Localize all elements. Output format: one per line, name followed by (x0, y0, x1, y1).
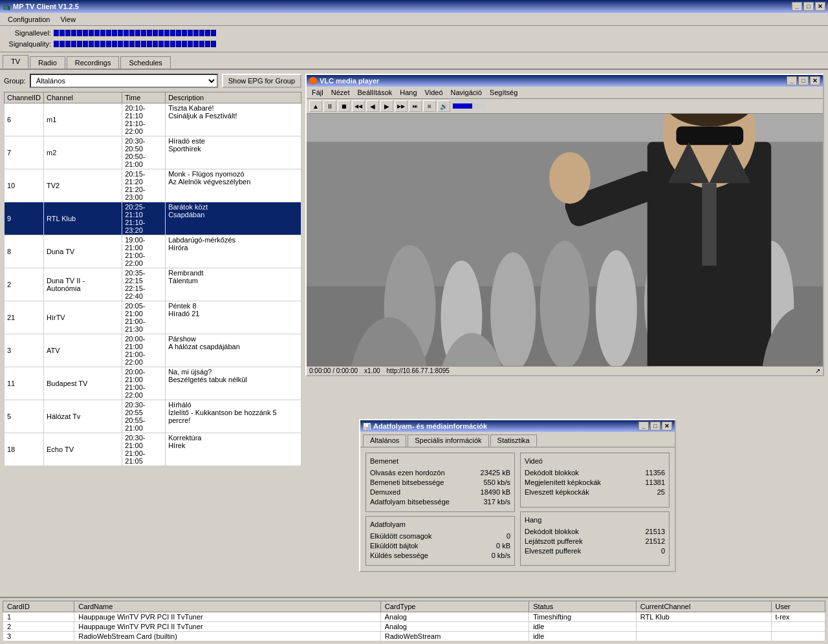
vlc-maximize-button[interactable]: □ (798, 76, 809, 85)
stats-row-bemeneti: Bemeneti bitsebessége 550 kb/s (370, 478, 510, 486)
cell-description: Tiszta Kabaré!Csináljuk a Fesztivált! (166, 103, 301, 136)
signal-segment (100, 41, 105, 47)
table-row[interactable]: 21HírTV20:05-21:0021:00-21:30Péntek 8Hír… (5, 301, 301, 334)
stats-row-lejatszott: Lejátszott pufferek 21512 (525, 537, 665, 545)
maximize-button[interactable]: □ (803, 2, 814, 11)
close-button[interactable]: ✕ (815, 2, 825, 11)
stats-content: Bemenet Olvasás ezen hordozón 23425 kB B… (360, 447, 675, 571)
vlc-prev-chapter-button[interactable]: ◀◀ (352, 100, 365, 112)
tab-schedules[interactable]: Schedules (120, 56, 170, 69)
vlc-volume-button[interactable]: 🔊 (437, 100, 450, 112)
signal-segment (71, 30, 76, 36)
vlc-title-bar: VLC media player _ □ ✕ (307, 75, 823, 87)
menu-configuration[interactable]: Configuration (3, 14, 55, 25)
stats-row-megjelenített: Megjelenített képkockák 11381 (525, 478, 665, 486)
card-col-status: Status (529, 601, 637, 612)
vlc-next-chapter-button[interactable]: ▶▶ (395, 100, 408, 112)
signal-segment (129, 41, 135, 47)
signal-segment (188, 41, 193, 47)
card-table-row[interactable]: 2Hauppauge WinTV PVR PCI II TvTunerAnalo… (3, 622, 825, 632)
vlc-close-button[interactable]: ✕ (810, 76, 820, 85)
vlc-icon (309, 77, 317, 85)
table-row[interactable]: 8Duna TV19:00-21:0021:00-22:00Labdarúgó-… (5, 235, 301, 268)
stats-maximize-button[interactable]: □ (650, 422, 660, 431)
cell-channelid: 10 (5, 169, 44, 202)
channel-table: ChannelID Channel Time Description 6m120… (4, 92, 301, 466)
vlc-next-button[interactable]: ▶ (380, 100, 393, 112)
vlc-playlist-button[interactable]: ≡ (423, 100, 436, 112)
vlc-minimize-button[interactable]: _ (787, 76, 797, 85)
app-icon: 📺 (3, 3, 10, 10)
signal-segment (141, 30, 146, 36)
stats-minimize-button[interactable]: _ (638, 422, 649, 431)
tab-radio[interactable]: Radio (30, 56, 65, 69)
group-row: Group: Általános Show EPG for Group (4, 74, 301, 88)
vlc-video[interactable] (307, 114, 823, 366)
vlc-status-bar: 0:00:00 / 0:00:00 x1.00 http://10.66.77.… (307, 366, 823, 375)
stats-row-demuxed: Demuxed 18490 kB (370, 488, 510, 496)
group-dropdown[interactable]: Általános (30, 74, 218, 88)
table-row[interactable]: 11Budapest TV20:00-21:0021:00-22:00Na, m… (5, 367, 301, 400)
vlc-menu-beallitasok[interactable]: Beállítások (354, 88, 395, 97)
vlc-pause-button[interactable]: ⏸ (323, 100, 336, 112)
signal-segment (71, 41, 76, 47)
cell-description: Híradó esteSporthírek (166, 136, 301, 169)
signal-segment (211, 41, 216, 47)
card-table-row[interactable]: 1Hauppauge WinTV PVR PCI II TvTunerAnalo… (3, 612, 825, 622)
signal-segment (147, 41, 152, 47)
cell-time: 20:25-21:1021:10-23:20 (122, 202, 166, 235)
card-cell: 3 (3, 632, 74, 641)
table-row[interactable]: 18Echo TV20:30-21:0021:00-21:05Korrektúr… (5, 433, 301, 466)
stats-tab-altalanos[interactable]: Általános (363, 435, 406, 447)
title-bar-buttons: _ □ ✕ (792, 2, 825, 11)
card-cell: 1 (3, 612, 74, 622)
card-col-cardtype: CardType (380, 601, 528, 612)
signal-segment (164, 30, 169, 36)
stats-tab-statisztika[interactable]: Statisztika (490, 435, 537, 447)
stats-close-button[interactable]: ✕ (662, 422, 672, 431)
cell-description: Monk - Flúgos nyomozóAz Alelnök végveszé… (166, 169, 301, 202)
vlc-menu-nezet[interactable]: Nézet (329, 88, 353, 97)
vlc-menu-video[interactable]: Videó (422, 88, 446, 97)
vlc-menu-segitseg[interactable]: Segítség (487, 88, 520, 97)
signal-segment (112, 30, 117, 36)
signal-segment (106, 30, 111, 36)
show-epg-button[interactable]: Show EPG for Group (222, 74, 301, 88)
vlc-eject-button[interactable]: ▲ (309, 100, 322, 112)
table-row[interactable]: 5Hálózat Tv20:30-20:5520:55-21:00Hírháló… (5, 400, 301, 433)
cell-channel: ATV (43, 334, 122, 367)
vlc-menu-navigacio[interactable]: Navigáció (448, 88, 485, 97)
cell-time: 20:30-21:0021:00-21:05 (122, 433, 166, 466)
stats-adatfolyam-title: Adatfolyam (370, 521, 510, 528)
tab-recordings[interactable]: Recordings (67, 56, 120, 69)
signal-segment (60, 41, 65, 47)
vlc-last-button[interactable]: ⏭ (409, 100, 422, 112)
vlc-prev-button[interactable]: ◀ (366, 100, 379, 112)
vlc-menu-hang[interactable]: Hang (397, 88, 419, 97)
vlc-stop-button[interactable]: ⏹ (338, 100, 351, 112)
minimize-button[interactable]: _ (792, 2, 802, 11)
cell-description: Péntek 8Híradó 21 (166, 301, 301, 334)
stats-row-dekodolt-blokkok: Dekódolt blokkok 11356 (525, 469, 665, 477)
stats-title-buttons: _ □ ✕ (638, 422, 672, 431)
table-row[interactable]: 6m120:10-21:1021:10-22:00Tiszta Kabaré!C… (5, 103, 301, 136)
tab-tv[interactable]: TV (3, 55, 28, 69)
table-row[interactable]: 2Duna TV II - Autonómia20:35-22:1522:15-… (5, 268, 301, 301)
signal-segment (135, 30, 140, 36)
stats-window: 📊 Adatfolyam- és médiainformációk _ □ ✕ … (359, 419, 676, 572)
vlc-menu-fajl[interactable]: Fájl (309, 88, 326, 97)
cell-channel: Duna TV II - Autonómia (43, 268, 122, 301)
menu-view[interactable]: View (55, 14, 81, 25)
signal-segment (170, 30, 175, 36)
signal-level-label: Signallevel: (5, 29, 54, 37)
table-row[interactable]: 9RTL Klub20:25-21:1021:10-23:20Barátok k… (5, 202, 301, 235)
card-table-row[interactable]: 3RadioWebStream Card (builtin)RadioWebSt… (3, 632, 825, 641)
vlc-volume-slider[interactable] (453, 103, 485, 109)
table-row[interactable]: 10TV220:15-21:2021:20-23:00Monk - Flúgos… (5, 169, 301, 202)
table-row[interactable]: 3ATV20:00-21:0021:00-22:00PárshowA hálóz… (5, 334, 301, 367)
signal-segment (182, 30, 187, 36)
signal-quality-label: Signalquality: (5, 40, 54, 48)
signal-segment (164, 41, 169, 47)
table-row[interactable]: 7m220:30-20:5020:50-21:00Híradó esteSpor… (5, 136, 301, 169)
stats-tab-specialis[interactable]: Speciális információk (408, 435, 488, 447)
